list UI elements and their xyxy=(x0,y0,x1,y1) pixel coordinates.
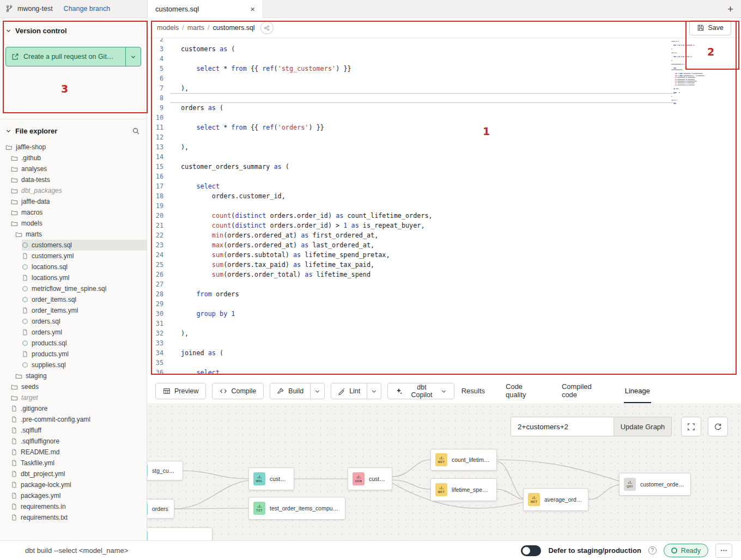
file-tree-item-supplies.sql[interactable]: supplies.sql xyxy=(0,360,147,370)
file-lineage-icon[interactable] xyxy=(260,21,274,34)
build-dropdown[interactable] xyxy=(311,383,325,399)
code-line-16[interactable]: 16 xyxy=(147,172,676,181)
file-tree-item-.sqlfluffignore[interactable]: .sqlfluffignore xyxy=(0,436,147,447)
create-pr-dropdown[interactable] xyxy=(125,47,141,66)
open-file-tab[interactable]: customers.sql × xyxy=(147,0,263,18)
lineage-node-customers[interactable]: MDLcustomers xyxy=(248,467,294,490)
code-line-8[interactable]: 8 xyxy=(147,93,676,103)
file-tree-item-models[interactable]: models xyxy=(0,218,147,229)
code-line-26[interactable]: 26 sum(orders.order_total) as lifetime_s… xyxy=(147,270,676,279)
code-line-31[interactable]: 31 xyxy=(147,319,676,328)
file-tree-item-customers.yml[interactable]: customers.yml xyxy=(0,251,147,261)
file-tree-item-orders.yml[interactable]: orders.yml xyxy=(0,327,147,338)
dbt-copilot-button[interactable]: dbt Copilot xyxy=(387,383,454,399)
code-line-3[interactable]: 3customers as ( xyxy=(147,44,676,54)
tab-results[interactable]: Results xyxy=(460,379,486,403)
code-line-21[interactable]: 21 count(distinct orders.order_id) > 1 a… xyxy=(147,221,676,230)
tab-compiled-code[interactable]: Compiled code xyxy=(561,379,605,403)
defer-toggle[interactable] xyxy=(521,545,541,556)
code-line-15[interactable]: 15customer_orders_summary as ( xyxy=(147,162,676,172)
preview-button[interactable]: Preview xyxy=(155,383,206,399)
close-tab-icon[interactable]: × xyxy=(250,5,255,13)
file-tree-item-locations.sql[interactable]: locations.sql xyxy=(0,261,147,272)
compile-button[interactable]: Compile xyxy=(212,383,264,399)
status-ready-badge[interactable]: Ready xyxy=(664,544,708,557)
file-tree-item-.pre-commit-config.yaml[interactable]: .pre-commit-config.yaml xyxy=(0,414,147,425)
code-line-35[interactable]: 35 xyxy=(147,358,676,368)
code-line-29[interactable]: 29 xyxy=(147,299,676,309)
change-branch-link[interactable]: Change branch xyxy=(64,5,110,13)
file-tree-item-analyses[interactable]: analyses xyxy=(0,163,147,174)
tab-code-quality[interactable]: Code quality xyxy=(505,379,542,403)
lineage-node-count_lifetime_orders[interactable]: METcount_lifetime_orders xyxy=(430,449,497,471)
code-line-22[interactable]: 22 min(orders.ordered_at) as first_order… xyxy=(147,230,676,240)
code-line-25[interactable]: 25 sum(orders.tax_paid) as lifetime_tax_… xyxy=(147,260,676,270)
lineage-node-partial[interactable]: MDL xyxy=(147,527,212,540)
code-line-23[interactable]: 23 max(orders.ordered_at) as last_ordere… xyxy=(147,240,676,250)
code-line-17[interactable]: 17 select xyxy=(147,181,676,191)
file-tree-item-macros[interactable]: macros xyxy=(0,207,147,218)
file-tree-item-marts[interactable]: marts xyxy=(0,229,147,240)
code-line-11[interactable]: 11 select * from {{ ref('orders') }} xyxy=(147,123,676,132)
code-editor[interactable]: 23customers as (45 select * from {{ ref(… xyxy=(147,38,741,379)
search-icon[interactable] xyxy=(132,127,140,135)
file-tree-item-staging[interactable]: staging xyxy=(0,370,147,381)
code-line-6[interactable]: 6 xyxy=(147,74,676,83)
file-tree-item-README.md[interactable]: README.md xyxy=(0,447,147,458)
file-tree-item-products.sql[interactable]: products.sql xyxy=(0,338,147,349)
code-line-20[interactable]: 20 count(distinct orders.order_id) as co… xyxy=(147,211,676,221)
fullscreen-button[interactable] xyxy=(681,417,701,436)
file-tree-item-packages.yml[interactable]: packages.yml xyxy=(0,490,147,501)
code-line-13[interactable]: 13), xyxy=(147,142,676,152)
code-line-5[interactable]: 5 select * from {{ ref('stg_customers') … xyxy=(147,64,676,74)
file-tree-item-order_items.yml[interactable]: order_items.yml xyxy=(0,305,147,316)
create-pr-button[interactable]: Create a pull request on Git… xyxy=(6,47,125,66)
save-button[interactable]: Save xyxy=(689,20,732,35)
code-line-19[interactable]: 19 xyxy=(147,201,676,211)
lineage-node-lifetime_spend_pretax[interactable]: METlifetime_spend_pretax xyxy=(430,478,497,501)
file-tree-item-jaffle-shop[interactable]: jaffle-shop xyxy=(0,142,147,153)
lint-button[interactable]: Lint xyxy=(331,383,367,399)
file-tree-item-metricflow_time_spine.sql[interactable]: metricflow_time_spine.sql xyxy=(0,283,147,294)
lineage-filter-input[interactable] xyxy=(511,417,614,436)
file-tree-item-order_items.sql[interactable]: order_items.sql xyxy=(0,294,147,305)
code-line-14[interactable]: 14 xyxy=(147,152,676,162)
file-tree-item-dbt_project.yml[interactable]: dbt_project.yml xyxy=(0,468,147,479)
lineage-node-customers[interactable]: SEMcustomers xyxy=(348,467,392,490)
file-tree-item-Taskfile.yml[interactable]: Taskfile.yml xyxy=(0,458,147,468)
lineage-node-test_order_items_compute_to_bools…[interactable]: TSTtest_order_items_compute_to_bools… xyxy=(248,497,345,520)
lineage-node-orders[interactable]: MDLorders xyxy=(147,499,174,519)
file-tree-item-.gitignore[interactable]: .gitignore xyxy=(0,403,147,414)
file-tree-item-target[interactable]: target xyxy=(0,392,147,403)
breadcrumb-segment[interactable]: customers.sql xyxy=(213,24,255,32)
code-line-4[interactable]: 4 xyxy=(147,54,676,64)
code-line-27[interactable]: 27 xyxy=(147,279,676,289)
file-tree-item-requirements.in[interactable]: requirements.in xyxy=(0,501,147,512)
code-line-32[interactable]: 32), xyxy=(147,328,676,338)
file-explorer-title-row[interactable]: File explorer xyxy=(5,127,57,135)
code-line-18[interactable]: 18 orders.customer_id, xyxy=(147,191,676,201)
tab-lineage[interactable]: Lineage xyxy=(624,379,651,403)
file-tree-item-package-lock.yml[interactable]: package-lock.yml xyxy=(0,479,147,490)
file-tree-item-requirements.txt[interactable]: requirements.txt xyxy=(0,512,147,523)
code-line-36[interactable]: 36 select xyxy=(147,368,676,378)
code-line-28[interactable]: 28 from orders xyxy=(147,289,676,299)
lineage-node-stg_customers[interactable]: MDLstg_customers xyxy=(147,461,183,480)
breadcrumb-segment[interactable]: models xyxy=(157,24,179,32)
code-line-24[interactable]: 24 sum(orders.subtotal) as lifetime_spen… xyxy=(147,250,676,260)
file-tree-item-orders.sql[interactable]: orders.sql xyxy=(0,316,147,327)
refresh-graph-button[interactable] xyxy=(708,417,728,436)
code-line-2[interactable]: 2 xyxy=(147,38,676,44)
build-button[interactable]: Build xyxy=(270,383,311,399)
lineage-node-average_order_value[interactable]: METaverage_order_value xyxy=(523,488,588,511)
version-control-header[interactable]: Version control xyxy=(5,27,141,35)
file-tree-item-.sqlfluff[interactable]: .sqlfluff xyxy=(0,425,147,436)
file-tree-item-data-tests[interactable]: data-tests xyxy=(0,174,147,185)
file-tree-item-customers.sql[interactable]: customers.sql xyxy=(0,240,147,251)
code-line-7[interactable]: 7), xyxy=(147,83,676,93)
file-tree-item-seeds[interactable]: seeds xyxy=(0,381,147,392)
update-graph-button[interactable]: Update Graph xyxy=(614,417,672,436)
file-tree-item-dbt_packages[interactable]: dbt_packages xyxy=(0,185,147,196)
file-tree-item-products.yml[interactable]: products.yml xyxy=(0,349,147,360)
code-line-9[interactable]: 9orders as ( xyxy=(147,103,676,113)
